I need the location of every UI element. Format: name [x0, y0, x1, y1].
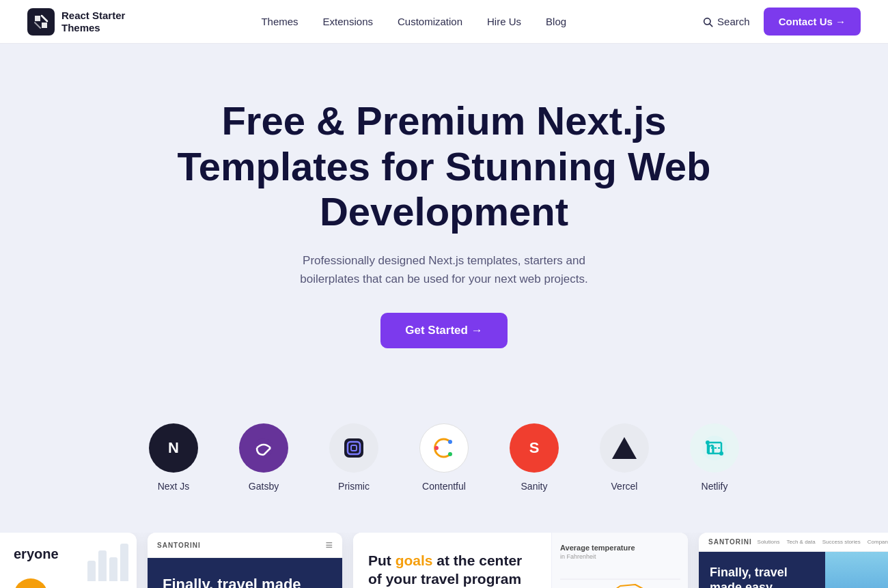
bar-chart-decoration: [87, 544, 128, 581]
gatsby-label: Gatsby: [249, 481, 279, 492]
preview-card-santorini-image: SANTORINI Solutions Tech & data Success …: [699, 533, 888, 588]
chart-subtitle: in Fahrenheit: [560, 553, 680, 560]
search-icon: [702, 16, 713, 27]
preview-section: eryone Adventure Team building, fun and …: [0, 533, 888, 588]
contentful-label: Contentful: [422, 481, 466, 492]
card4-nav-company: Company: [868, 539, 888, 545]
card3-chart-area: Average temperature in Fahrenheit Jan Ma…: [551, 533, 688, 588]
nextjs-label: Next Js: [158, 481, 190, 492]
vercel-label: Vercel: [611, 481, 638, 492]
card4-nav-solutions: Solutions: [758, 539, 780, 545]
temperature-chart: Jan Mar May Jul Sep Nov: [560, 565, 680, 588]
vercel-triangle: [612, 437, 637, 459]
hero-title: Free & Premium Next.js Templates for Stu…: [150, 98, 738, 235]
card2-title: Finally, travel made easy: [163, 576, 327, 588]
get-started-button[interactable]: Get Started →: [380, 313, 507, 348]
card3-title: Put goals at the center of your travel p…: [368, 552, 536, 588]
hero-section: Free & Premium Next.js Templates for Stu…: [0, 44, 888, 389]
card3-left: Put goals at the center of your travel p…: [353, 533, 551, 588]
adventure-avatar: [14, 578, 48, 588]
brand-logo-area: React Starter Themes: [27, 8, 125, 36]
card4-nav: Solutions Tech & data Success stories Co…: [758, 539, 888, 545]
card4-title: Finally, travel made easy: [710, 565, 814, 588]
navbar: React Starter Themes Themes Extensions C…: [0, 0, 888, 44]
card4-nav-tech: Tech & data: [786, 539, 815, 545]
card4-image: [825, 552, 888, 588]
card4-nav-success: Success stories: [822, 539, 861, 545]
preview-card-adventure: eryone Adventure Team building, fun and …: [0, 533, 137, 588]
nav-extensions[interactable]: Extensions: [323, 16, 373, 27]
tech-sanity: S Sanity: [510, 423, 559, 492]
card2-header: SANTORINI ≡: [148, 533, 342, 558]
card2-menu-icon: ≡: [325, 539, 333, 551]
search-button[interactable]: Search: [702, 16, 750, 27]
tech-contentful: Contentful: [419, 423, 469, 492]
sanity-icon: S: [510, 423, 559, 473]
nav-hire-us[interactable]: Hire Us: [487, 16, 521, 27]
netlify-label: Netlify: [702, 481, 728, 492]
card4-content: Finally, travel made easy With Santorini…: [699, 552, 825, 588]
navbar-actions: Search Contact Us →: [702, 8, 861, 36]
hero-subtitle: Professionally designed Next.js template…: [294, 251, 594, 288]
tech-gatsby: Gatsby: [239, 423, 288, 492]
svg-point-8: [448, 452, 452, 456]
card4-header: SANTORINI Solutions Tech & data Success …: [699, 533, 888, 552]
nav-blog[interactable]: Blog: [546, 16, 566, 27]
tech-vercel: Vercel: [600, 423, 649, 492]
gatsby-icon: [239, 423, 288, 473]
nav-themes[interactable]: Themes: [261, 16, 298, 27]
tech-prismic: Prismic: [329, 423, 378, 492]
nav-customization[interactable]: Customization: [398, 16, 462, 27]
netlify-icon: n: [690, 423, 739, 473]
tech-nextjs: N Next Js: [149, 423, 198, 492]
card2-body: Finally, travel made easy With Santorini…: [148, 558, 342, 588]
sanity-label: Sanity: [521, 481, 548, 492]
nav-links: Themes Extensions Customization Hire Us …: [261, 16, 566, 27]
svg-point-7: [448, 440, 452, 444]
card2-brand: SANTORINI: [157, 542, 201, 549]
chart-title: Average temperature: [560, 544, 680, 552]
tech-logos-section: N Next Js Gatsby Prismic: [0, 389, 888, 533]
preview-card-goals: Put goals at the center of your travel p…: [353, 533, 688, 588]
preview-card-santorini-dark: SANTORINI ≡ Finally, travel made easy Wi…: [148, 533, 342, 588]
vercel-icon: [600, 423, 649, 473]
preview-cards-row: eryone Adventure Team building, fun and …: [0, 533, 888, 588]
goals-highlight: goals: [396, 552, 433, 568]
nextjs-icon: N: [149, 423, 198, 473]
contentful-icon: [419, 423, 469, 473]
card4-brand: SANTORINI: [708, 538, 752, 546]
contact-us-button[interactable]: Contact Us →: [764, 8, 861, 36]
prismic-label: Prismic: [338, 481, 370, 492]
svg-point-9: [434, 446, 439, 450]
prismic-icon: [329, 423, 378, 473]
brand-name: React Starter Themes: [61, 10, 125, 34]
logo-icon: [27, 8, 55, 36]
card4-body: Finally, travel made easy With Santorini…: [699, 552, 888, 588]
svg-line-1: [710, 24, 712, 27]
sky-bg: [825, 552, 888, 588]
tech-netlify: n Netlify: [690, 423, 739, 492]
